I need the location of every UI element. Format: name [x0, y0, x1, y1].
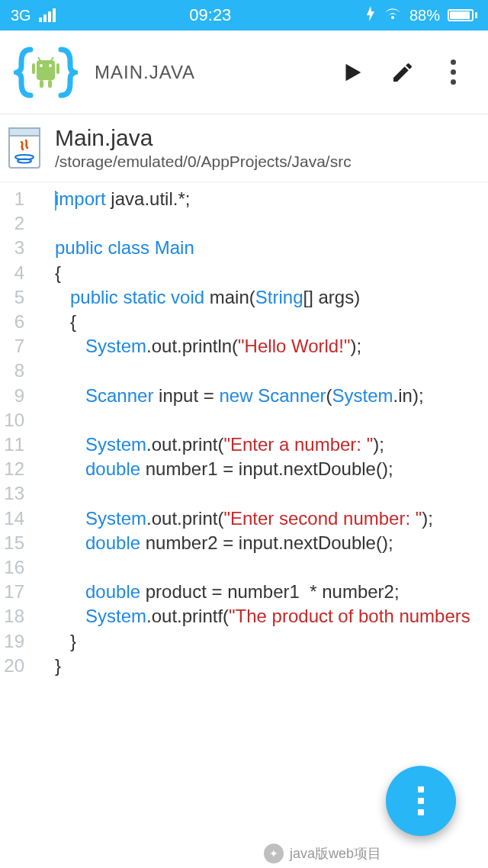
file-header[interactable]: Main.java /storage/emulated/0/AppProject…: [0, 114, 488, 182]
svg-rect-6: [56, 63, 59, 74]
file-info: Main.java /storage/emulated/0/AppProject…: [55, 125, 352, 171]
code-line[interactable]: }: [55, 629, 488, 654]
watermark: ✦ java版web项目: [264, 844, 381, 863]
code-line[interactable]: [55, 211, 488, 236]
code-line[interactable]: System.out.println("Hello World!");: [55, 334, 488, 358]
app-title: MAIN.JAVA: [95, 62, 320, 83]
code-line[interactable]: System.out.print("Enter second number: "…: [55, 506, 488, 531]
code-line[interactable]: }: [55, 654, 488, 678]
code-line[interactable]: [55, 555, 488, 580]
status-bar: 3G 09:23 88%: [0, 0, 488, 31]
java-file-icon: [8, 127, 41, 169]
code-line[interactable]: {: [55, 310, 488, 334]
network-label: 3G: [11, 7, 31, 24]
charging-icon: [365, 6, 376, 25]
more-vert-icon: [418, 786, 424, 815]
code-line[interactable]: System.out.print("Enter a number: ");: [55, 432, 488, 457]
file-path: /storage/emulated/0/AppProjects/Java/src: [55, 153, 352, 171]
code-line[interactable]: double number1 = input.nextDouble();: [55, 457, 488, 481]
app-bar: MAIN.JAVA: [0, 31, 488, 114]
line-gutter: 1234567891011121314151617181920: [0, 182, 26, 868]
status-right: 88%: [365, 6, 477, 25]
edit-button[interactable]: [384, 54, 421, 91]
wifi-icon: [384, 7, 402, 24]
run-button[interactable]: [334, 54, 371, 91]
battery-icon: [448, 9, 477, 21]
code-line[interactable]: [55, 481, 488, 506]
wechat-icon: ✦: [264, 844, 284, 863]
app-logo-icon: [14, 40, 78, 104]
code-line[interactable]: double number2 = input.nextDouble();: [55, 531, 488, 555]
overflow-menu-button[interactable]: [435, 54, 471, 91]
code-line[interactable]: public static void main(String[] args): [55, 285, 488, 310]
code-line[interactable]: [55, 358, 488, 383]
fab-button[interactable]: [386, 766, 456, 836]
watermark-text: java版web项目: [290, 844, 381, 863]
code-line[interactable]: double product = number1 * number2;: [55, 580, 488, 604]
status-left: 3G: [11, 7, 56, 24]
code-line[interactable]: import java.util.*;: [55, 187, 488, 211]
svg-rect-0: [37, 60, 55, 80]
svg-rect-5: [32, 63, 35, 74]
svg-rect-8: [48, 80, 52, 88]
battery-pct: 88%: [409, 7, 440, 24]
svg-point-2: [49, 64, 52, 67]
pencil-icon: [390, 60, 415, 85]
play-icon: [339, 59, 365, 85]
svg-rect-10: [9, 128, 40, 136]
code-line[interactable]: Scanner input = new Scanner(System.in);: [55, 384, 488, 408]
code-editor[interactable]: 1234567891011121314151617181920 import j…: [0, 182, 488, 868]
svg-point-1: [40, 64, 43, 67]
code-line[interactable]: {: [55, 261, 488, 285]
file-name: Main.java: [55, 125, 352, 151]
code-line[interactable]: [55, 408, 488, 432]
signal-icon: [39, 8, 56, 22]
svg-rect-7: [40, 80, 43, 88]
more-vert-icon: [451, 59, 456, 85]
clock: 09:23: [56, 5, 365, 25]
code-line[interactable]: public class Main: [55, 236, 488, 260]
code-line[interactable]: System.out.printf("The product of both n…: [55, 604, 488, 628]
